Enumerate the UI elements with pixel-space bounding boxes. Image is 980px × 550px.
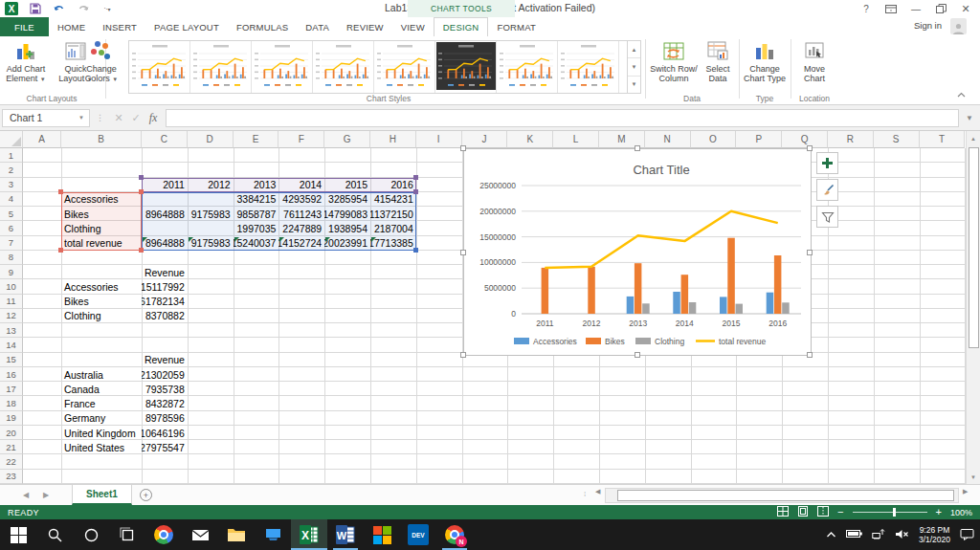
avatar[interactable] (950, 18, 967, 34)
zoom-in-icon[interactable]: + (936, 508, 942, 517)
chart-style-thumbnail-6[interactable] (435, 41, 497, 93)
row-header-10[interactable]: 10 (0, 279, 23, 294)
page-layout-view-icon[interactable] (797, 506, 809, 518)
chart-elements-plus-icon[interactable] (816, 152, 838, 174)
cell-B18[interactable]: France (61, 396, 142, 410)
chart-selection-handle[interactable] (460, 145, 466, 151)
volume-muted-icon[interactable] (895, 529, 909, 541)
hscroll-right-icon[interactable]: ▶ (963, 488, 968, 495)
tab-format[interactable]: FORMAT (488, 17, 545, 36)
row-header-22[interactable]: 22 (0, 454, 23, 469)
cell-C20[interactable]: 10646196 (142, 426, 188, 440)
row-header-13[interactable]: 13 (0, 323, 23, 338)
column-header-P[interactable]: P (736, 131, 782, 148)
row-header-9[interactable]: 9 (0, 265, 23, 279)
cancel-formula-icon[interactable]: ✕ (110, 112, 127, 124)
cell-C12[interactable]: 8370882 (142, 309, 188, 323)
row-header-19[interactable]: 19 (0, 411, 23, 426)
taskbar-dev-icon[interactable]: DEV (400, 519, 436, 550)
ribbon-display-options-icon[interactable] (879, 0, 903, 17)
cell-E6[interactable]: 1997035 (234, 221, 279, 235)
range-handle-red[interactable] (58, 248, 63, 253)
chart-selection-handle[interactable] (807, 352, 813, 358)
gallery-up-icon[interactable]: ▲ (628, 41, 640, 58)
cell-G3[interactable]: 2015 (324, 178, 370, 192)
cell-G7[interactable]: 20023991 (324, 236, 370, 251)
cell-B10[interactable]: Accessories (61, 279, 142, 294)
restore-icon[interactable] (928, 0, 953, 17)
cell-H5[interactable]: 11372150 (370, 207, 416, 221)
column-header-Q[interactable]: Q (782, 131, 828, 148)
row-header-16[interactable]: 16 (0, 367, 23, 382)
chart-selection-handle[interactable] (635, 145, 640, 151)
cell-C16[interactable]: 21302059 (142, 367, 188, 382)
cell-C9[interactable]: Revenue (142, 265, 188, 279)
cell-C21[interactable]: 27975547 (142, 440, 188, 454)
row-header-17[interactable]: 17 (0, 382, 23, 396)
normal-view-icon[interactable] (777, 506, 789, 518)
taskbar-start-icon[interactable] (0, 519, 36, 550)
cell-B16[interactable]: Australia (61, 367, 142, 382)
chart-selection-handle[interactable] (460, 352, 466, 358)
tab-page-layout[interactable]: PAGE LAYOUT (145, 17, 228, 36)
switch-row-column-button[interactable]: Switch Row/Column (647, 39, 701, 83)
taskbar-chrome-profile-icon[interactable]: N (436, 519, 473, 550)
move-chart-button[interactable]: MoveChart (789, 39, 840, 83)
tab-review[interactable]: REVIEW (338, 17, 392, 36)
add-chart-element-button[interactable]: Add ChartElement ▼ (0, 39, 52, 84)
zoom-slider-handle[interactable] (893, 508, 896, 517)
chart-style-thumbnail-4[interactable] (313, 41, 374, 93)
range-handle-purple[interactable] (139, 175, 144, 180)
cell-H6[interactable]: 2187004 (370, 221, 416, 235)
chart-styles-brush-icon[interactable] (816, 179, 838, 201)
taskbar-pc-icon[interactable] (255, 519, 291, 550)
vertical-scrollbar[interactable]: ▲ ▼ (966, 131, 980, 484)
column-header-H[interactable]: H (370, 131, 416, 148)
gallery-scrollbar[interactable]: ▲ ▼ ▼ (628, 40, 641, 94)
column-header-L[interactable]: L (553, 131, 599, 148)
taskbar-excel-icon[interactable]: X (291, 519, 327, 550)
embedded-chart[interactable]: 0500000010000000150000002000000025000000… (463, 148, 812, 356)
cell-D3[interactable]: 2012 (188, 178, 234, 192)
row-header-1[interactable]: 1 (0, 148, 23, 163)
cell-D5[interactable]: 9175983 (188, 207, 234, 221)
tab-formulas[interactable]: FORMULAS (228, 17, 297, 36)
sheet-tab-sheet1[interactable]: Sheet1 (72, 485, 132, 505)
range-handle-purple[interactable] (413, 189, 418, 194)
row-header-21[interactable]: 21 (0, 440, 23, 454)
tab-file[interactable]: FILE (0, 17, 49, 36)
cell-D7[interactable]: 9175983 (188, 236, 234, 251)
minimize-icon[interactable]: — (903, 0, 928, 17)
cell-B20[interactable]: United Kingdom (61, 426, 142, 440)
taskbar-tiles-icon[interactable] (364, 519, 400, 550)
enter-formula-icon[interactable]: ✓ (127, 112, 145, 124)
taskbar-mail-icon[interactable] (182, 519, 218, 550)
expand-formula-bar-icon[interactable]: ▼ (959, 114, 980, 122)
chart-style-thumbnail-3[interactable] (252, 41, 313, 93)
row-header-5[interactable]: 5 (0, 207, 23, 221)
help-icon[interactable]: ? (854, 0, 879, 17)
row-header-8[interactable]: 8 (0, 251, 23, 265)
cell-H7[interactable]: 17713385 (370, 236, 416, 251)
chart-style-thumbnail-1[interactable] (129, 41, 190, 93)
taskbar-chrome-icon[interactable] (145, 519, 182, 550)
gallery-more-icon[interactable]: ▼ (628, 77, 640, 93)
tab-insert[interactable]: INSERT (94, 17, 145, 36)
cell-C11[interactable]: 61782134 (142, 295, 188, 309)
cell-B12[interactable]: Clothing (61, 309, 142, 323)
cell-B19[interactable]: Germany (61, 411, 142, 426)
chart-style-thumbnail-7[interactable] (497, 41, 558, 93)
vertical-scroll-thumb[interactable] (969, 147, 979, 348)
new-sheet-icon[interactable]: + (140, 489, 152, 501)
chart-selection-handle[interactable] (807, 250, 813, 255)
name-box[interactable]: Chart 1▼ (2, 109, 90, 127)
horizontal-scrollbar[interactable] (605, 488, 959, 503)
cell-F7[interactable]: 14152724 (278, 236, 324, 251)
cell-C7[interactable]: 8964888 (142, 236, 188, 251)
column-header-G[interactable]: G (324, 131, 370, 148)
sheet-nav-right-icon[interactable]: ▶ (43, 491, 49, 499)
page-break-view-icon[interactable] (817, 506, 829, 518)
network-icon[interactable] (872, 528, 885, 541)
cell-F4[interactable]: 4293592 (278, 192, 324, 207)
range-handle-purple[interactable] (413, 175, 418, 180)
